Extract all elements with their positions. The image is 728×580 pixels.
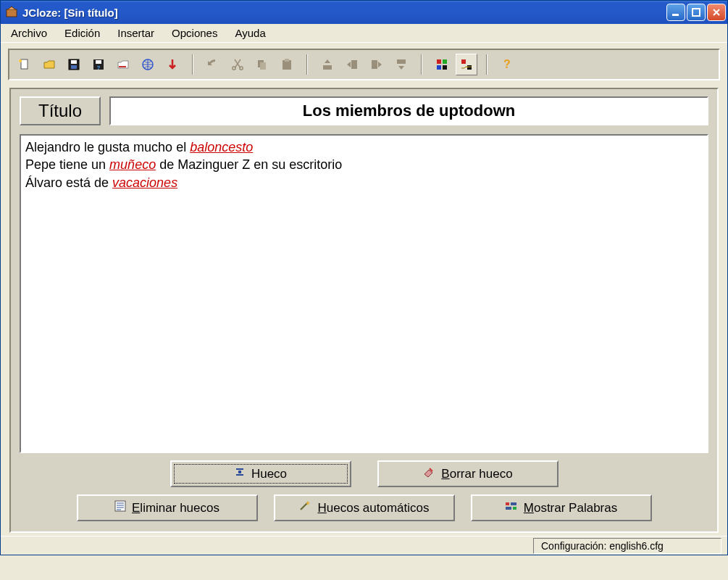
config-output-icon[interactable]	[456, 54, 477, 75]
editor-line: Álvaro está de vacaciones	[25, 174, 703, 191]
borrar-hueco-button[interactable]: Borrar hueco	[377, 460, 558, 487]
titlebar: JCloze: [Sin título]	[1, 1, 727, 24]
statusbar: Configuración: english6.cfg	[1, 536, 727, 555]
menu-archivo[interactable]: Archivo	[4, 25, 54, 41]
svg-rect-31	[511, 502, 516, 505]
list-icon	[114, 500, 126, 515]
content-area: Título Alejandro le gusta mucho el balon…	[1, 85, 727, 536]
svg-point-13	[240, 67, 243, 70]
editor-line: Pepe tiene un muñeco de Mazinguer Z en s…	[25, 156, 703, 173]
help-icon[interactable]: ?	[496, 54, 518, 75]
menubar: Archivo Edición Insertar Opciones Ayuda	[1, 24, 727, 43]
mostrar-palabras-button[interactable]: Mostrar Palabras	[471, 494, 652, 521]
append-file-icon[interactable]	[112, 54, 134, 75]
button-row-1: Hueco Borrar hueco	[20, 460, 708, 487]
title-input[interactable]	[109, 96, 708, 125]
toolbar-separator	[421, 54, 422, 75]
window-title: JCloze: [Sin título]	[22, 7, 666, 19]
gap-icon	[234, 466, 246, 481]
toolbar-separator	[192, 54, 193, 75]
toolbar-separator	[486, 54, 488, 75]
button-label: Mostrar Palabras	[524, 501, 617, 515]
menu-edicion[interactable]: Edición	[57, 25, 107, 41]
button-label: Hueco	[251, 467, 287, 481]
svg-rect-2	[693, 9, 700, 16]
editor-text: de Mazinguer Z en su escritorio	[156, 157, 342, 172]
svg-text:?: ?	[97, 65, 101, 71]
window-controls	[666, 4, 726, 21]
copy-icon[interactable]	[251, 54, 273, 75]
minimize-button[interactable]	[666, 4, 685, 21]
text-editor[interactable]: Alejandro le gusta mucho el baloncesto P…	[20, 134, 708, 453]
paste-icon[interactable]	[276, 54, 298, 75]
svg-rect-27	[467, 65, 472, 70]
svg-rect-32	[506, 507, 511, 510]
button-area: Hueco Borrar hueco Eliminar huecos Hueco…	[20, 460, 708, 521]
maximize-button[interactable]	[687, 4, 706, 21]
new-file-icon[interactable]	[14, 54, 35, 75]
svg-rect-1	[672, 14, 679, 16]
gap-word[interactable]: vacaciones	[112, 175, 177, 190]
svg-rect-15	[260, 62, 266, 70]
menu-insertar[interactable]: Insertar	[110, 25, 162, 41]
config-colors-icon[interactable]	[431, 54, 453, 75]
wand-icon	[298, 500, 311, 515]
show-words-icon	[505, 500, 518, 515]
svg-rect-7	[71, 65, 77, 69]
gap-word[interactable]: muñeco	[109, 157, 156, 172]
toolbar-area: ? ?	[1, 43, 727, 85]
svg-rect-0	[7, 9, 17, 17]
svg-rect-9	[96, 60, 101, 64]
svg-rect-33	[513, 507, 516, 510]
editor-text: Alejandro le gusta mucho el	[25, 140, 190, 154]
eliminar-huecos-button[interactable]: Eliminar huecos	[77, 494, 258, 521]
menu-opciones[interactable]: Opciones	[164, 25, 225, 41]
svg-rect-24	[437, 65, 441, 70]
move-down-icon[interactable]	[390, 54, 412, 75]
svg-rect-20	[372, 60, 377, 69]
button-label: Huecos automáticos	[317, 501, 429, 515]
button-label: Eliminar huecos	[132, 501, 219, 515]
huecos-automaticos-button[interactable]: Huecos automáticos	[274, 494, 455, 521]
save-icon[interactable]	[63, 54, 85, 75]
svg-rect-26	[461, 59, 466, 64]
app-icon	[5, 6, 18, 19]
svg-point-12	[233, 67, 235, 70]
app-window: JCloze: [Sin título] Archivo Edición Ins…	[0, 0, 728, 555]
eraser-icon	[422, 466, 435, 481]
hueco-button[interactable]: Hueco	[170, 460, 351, 487]
editor-text: Álvaro está de	[25, 175, 112, 190]
svg-rect-25	[443, 65, 447, 70]
main-panel: Título Alejandro le gusta mucho el balon…	[9, 88, 719, 533]
close-button[interactable]	[707, 4, 726, 21]
svg-rect-18	[323, 65, 332, 70]
move-left-icon[interactable]	[341, 54, 363, 75]
status-config: Configuración: english6.cfg	[533, 538, 721, 554]
insert-object-icon[interactable]	[162, 54, 183, 75]
svg-rect-22	[437, 59, 441, 64]
titulo-label: Título	[20, 96, 101, 125]
menu-ayuda[interactable]: Ayuda	[227, 25, 272, 41]
svg-rect-6	[71, 60, 77, 64]
svg-rect-19	[351, 60, 357, 69]
svg-point-4	[19, 59, 22, 62]
save-as-icon[interactable]: ?	[88, 54, 109, 75]
svg-text:?: ?	[503, 58, 511, 70]
move-up-icon[interactable]	[317, 54, 338, 75]
toolbar-separator	[306, 54, 308, 75]
svg-rect-21	[397, 59, 406, 64]
cut-icon[interactable]	[227, 54, 248, 75]
button-row-2: Eliminar huecos Huecos automáticos Mostr…	[20, 494, 708, 521]
editor-line: Alejandro le gusta mucho el baloncesto	[25, 138, 703, 156]
svg-rect-17	[285, 59, 289, 62]
gap-word[interactable]: baloncesto	[190, 140, 253, 154]
button-label: Borrar hueco	[441, 467, 512, 481]
editor-text: Pepe tiene un	[25, 157, 109, 172]
open-file-icon[interactable]	[38, 54, 60, 75]
svg-rect-30	[506, 502, 509, 505]
toolbar: ? ?	[8, 49, 720, 80]
move-right-icon[interactable]	[366, 54, 388, 75]
title-row: Título	[20, 96, 708, 125]
export-web-icon[interactable]	[137, 54, 159, 75]
undo-icon[interactable]	[202, 54, 224, 75]
